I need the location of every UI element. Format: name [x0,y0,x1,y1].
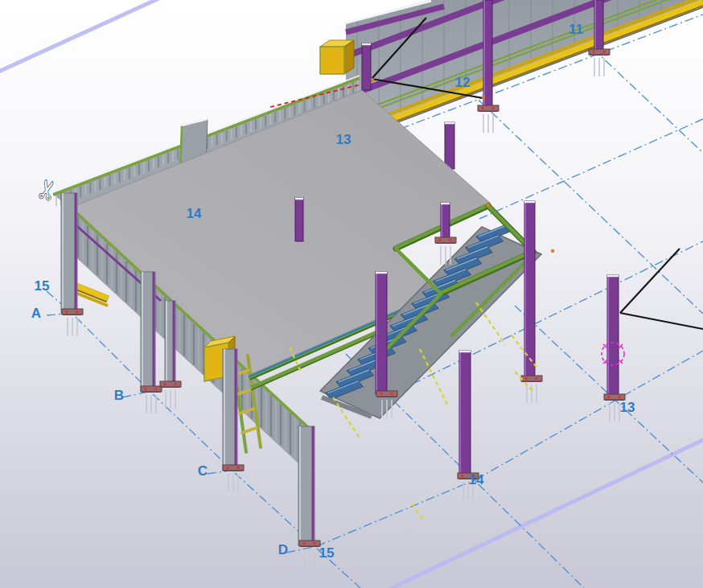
corner-post[interactable] [362,43,371,90]
model-scene: ✂ 15 A B C D 15 14 13 11 12 13 14 [0,0,703,588]
equipment-box-top[interactable] [320,40,354,74]
grid-label-B[interactable]: B [114,388,124,403]
slab-post[interactable] [295,198,303,241]
grid-label-D[interactable]: D [278,542,288,557]
grid-label-14-top[interactable]: 14 [187,206,202,221]
grid-label-13-top[interactable]: 13 [336,132,352,147]
grid-label-11[interactable]: 11 [569,22,583,37]
background-column[interactable] [445,122,454,169]
grid-label-13-right[interactable]: 13 [620,400,635,415]
grid-label-A[interactable]: A [31,306,41,321]
grid-label-12[interactable]: 12 [455,75,471,90]
grid-label-15-bottom[interactable]: 15 [319,545,335,561]
grid-label-15-left[interactable]: 15 [35,278,50,294]
cad-viewport[interactable]: ✂ 15 A B C D 15 14 13 11 12 13 14 [0,0,703,588]
grid-label-C[interactable]: C [198,463,208,479]
grid-label-14-bottom[interactable]: 14 [469,472,484,487]
